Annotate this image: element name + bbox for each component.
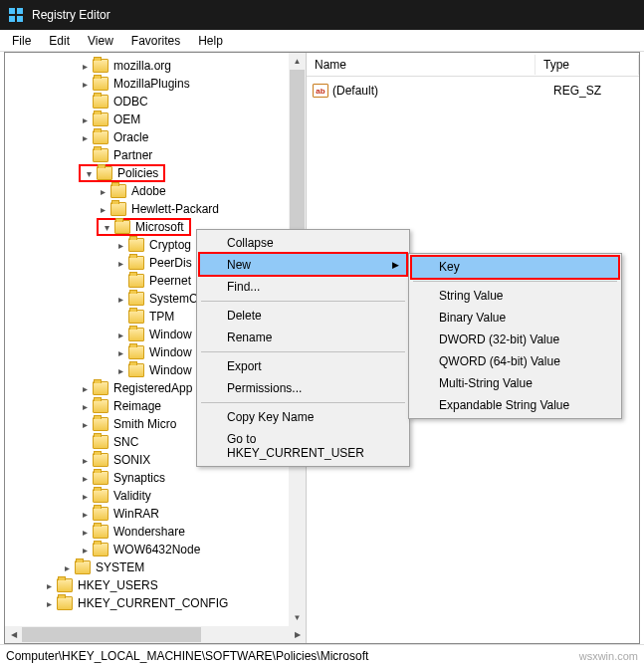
context-submenu-new[interactable]: KeyString ValueBinary ValueDWORD (32-bit… bbox=[408, 253, 622, 419]
menu-item[interactable]: Delete bbox=[199, 305, 407, 327]
menu-item[interactable]: Binary Value bbox=[411, 307, 619, 329]
menu-item[interactable]: New▶ bbox=[199, 254, 407, 276]
string-value-icon: ab bbox=[313, 84, 328, 98]
tree-item[interactable]: ▸HKEY_USERS bbox=[9, 576, 306, 594]
chevron-right-icon[interactable]: ▸ bbox=[114, 257, 126, 269]
folder-icon bbox=[93, 399, 108, 413]
chevron-down-icon[interactable]: ▾ bbox=[83, 167, 95, 179]
menu-help[interactable]: Help bbox=[190, 32, 231, 50]
chevron-right-icon[interactable]: ▸ bbox=[114, 239, 126, 251]
tree-item[interactable]: ▸WOW6432Node bbox=[9, 541, 306, 558]
chevron-right-icon[interactable]: ▸ bbox=[79, 544, 91, 555]
chevron-right-icon[interactable]: ▸ bbox=[79, 490, 91, 502]
chevron-right-icon[interactable]: ▸ bbox=[79, 131, 91, 143]
menu-favorites[interactable]: Favorites bbox=[123, 32, 188, 50]
menu-item[interactable]: DWORD (32-bit) Value bbox=[411, 329, 619, 350]
tree-item-label: mozilla.org bbox=[110, 59, 174, 73]
tree-item[interactable]: ▸HKEY_CURRENT_CONFIG bbox=[9, 594, 306, 612]
menu-view[interactable]: View bbox=[80, 32, 121, 50]
folder-icon bbox=[93, 489, 108, 503]
menu-item[interactable]: Permissions... bbox=[199, 377, 407, 399]
chevron-right-icon[interactable]: ▸ bbox=[43, 579, 55, 591]
chevron-right-icon[interactable]: ▸ bbox=[114, 329, 126, 340]
tree-item[interactable]: ▸WinRAR bbox=[9, 505, 306, 523]
context-menu[interactable]: CollapseNew▶Find...DeleteRenameExportPer… bbox=[196, 229, 410, 467]
scroll-thumb[interactable] bbox=[22, 627, 201, 642]
tree-item-label: HKEY_CURRENT_CONFIG bbox=[75, 596, 231, 610]
chevron-right-icon[interactable]: ▸ bbox=[43, 597, 55, 609]
folder-icon bbox=[93, 381, 108, 395]
value-name: (Default) bbox=[332, 84, 549, 98]
folder-icon bbox=[57, 596, 73, 610]
chevron-right-icon[interactable]: ▸ bbox=[79, 472, 91, 484]
menu-item[interactable]: Copy Key Name bbox=[199, 406, 407, 428]
chevron-right-icon[interactable]: ▸ bbox=[61, 561, 73, 573]
chevron-right-icon[interactable]: ▸ bbox=[79, 113, 91, 125]
tree-item-label: SystemC bbox=[146, 292, 201, 306]
tree-item-label: SNC bbox=[110, 435, 141, 449]
chevron-right-icon[interactable]: ▸ bbox=[79, 526, 91, 538]
menu-item[interactable]: Find... bbox=[199, 276, 407, 298]
tree-item[interactable]: ▸mozilla.org bbox=[9, 57, 306, 75]
folder-icon bbox=[128, 256, 144, 270]
list-body: ab (Default) REG_SZ bbox=[307, 77, 639, 105]
tree-item-label: Oracle bbox=[110, 130, 151, 144]
tree-item-label: OEM bbox=[110, 112, 143, 126]
tree-item[interactable]: ▸Wondershare bbox=[9, 523, 306, 541]
chevron-right-icon[interactable]: ▸ bbox=[79, 508, 91, 520]
col-header-name[interactable]: Name bbox=[307, 55, 536, 75]
chevron-right-icon[interactable]: ▸ bbox=[79, 454, 91, 466]
tree-item-label: TPM bbox=[146, 310, 177, 324]
chevron-right-icon[interactable]: ▸ bbox=[114, 346, 126, 358]
tree-item[interactable]: ODBC bbox=[9, 93, 306, 111]
menu-item[interactable]: Expandable String Value bbox=[411, 394, 619, 416]
scroll-down-icon[interactable]: ▼ bbox=[289, 609, 306, 626]
tree-item-label: Smith Micro bbox=[110, 417, 179, 431]
chevron-right-icon[interactable]: ▸ bbox=[79, 418, 91, 430]
menu-file[interactable]: File bbox=[4, 32, 39, 50]
tree-item[interactable]: ▸Adobe bbox=[9, 182, 306, 200]
folder-icon bbox=[128, 310, 144, 324]
folder-icon bbox=[75, 560, 91, 574]
menu-item[interactable]: Go to HKEY_CURRENT_USER bbox=[199, 428, 407, 464]
tree-item[interactable]: Partner bbox=[9, 146, 306, 164]
scroll-up-icon[interactable]: ▲ bbox=[289, 53, 306, 70]
tree-item[interactable]: ▸MozillaPlugins bbox=[9, 75, 306, 93]
tree-item[interactable]: ▸SYSTEM bbox=[9, 558, 306, 576]
chevron-right-icon[interactable]: ▸ bbox=[79, 382, 91, 394]
tree-item-label: MozillaPlugins bbox=[110, 77, 193, 91]
chevron-right-icon[interactable]: ▸ bbox=[79, 60, 91, 72]
tree-item[interactable]: ▸OEM bbox=[9, 111, 306, 128]
tree-item-label: Window bbox=[146, 345, 195, 359]
chevron-right-icon[interactable]: ▸ bbox=[79, 400, 91, 412]
menu-item[interactable]: Rename bbox=[199, 327, 407, 348]
list-row[interactable]: ab (Default) REG_SZ bbox=[307, 81, 639, 101]
chevron-right-icon[interactable]: ▸ bbox=[97, 203, 108, 215]
tree-item[interactable]: ▸Oracle bbox=[9, 128, 306, 146]
chevron-right-icon[interactable]: ▸ bbox=[79, 78, 91, 90]
tree-item[interactable]: ▾Policies bbox=[9, 164, 306, 182]
chevron-right-icon[interactable]: ▸ bbox=[114, 364, 126, 376]
menu-edit[interactable]: Edit bbox=[41, 32, 78, 50]
tree-scrollbar-horizontal[interactable]: ◀ ▶ bbox=[5, 626, 306, 643]
tree-item-label: Policies bbox=[114, 166, 161, 180]
scroll-left-icon[interactable]: ◀ bbox=[5, 626, 22, 643]
menu-item[interactable]: Export bbox=[199, 355, 407, 377]
menu-item[interactable]: QWORD (64-bit) Value bbox=[411, 350, 619, 372]
chevron-right-icon[interactable]: ▸ bbox=[97, 185, 108, 197]
tree-item[interactable]: ▸Hewlett-Packard bbox=[9, 200, 306, 218]
svg-rect-1 bbox=[17, 8, 23, 14]
menu-item[interactable]: Collapse bbox=[199, 232, 407, 254]
tree-item[interactable]: ▸Validity bbox=[9, 487, 306, 505]
scroll-right-icon[interactable]: ▶ bbox=[289, 626, 306, 643]
window-title: Registry Editor bbox=[32, 8, 110, 22]
menu-item[interactable]: String Value bbox=[411, 285, 619, 307]
folder-icon bbox=[114, 220, 130, 234]
col-header-type[interactable]: Type bbox=[536, 55, 639, 75]
chevron-right-icon[interactable]: ▸ bbox=[114, 293, 126, 305]
tree-item[interactable]: ▸Synaptics bbox=[9, 469, 306, 487]
folder-icon bbox=[128, 292, 144, 306]
menu-item[interactable]: Key bbox=[411, 256, 619, 278]
menu-item[interactable]: Multi-String Value bbox=[411, 372, 619, 394]
chevron-down-icon[interactable]: ▾ bbox=[101, 221, 112, 233]
